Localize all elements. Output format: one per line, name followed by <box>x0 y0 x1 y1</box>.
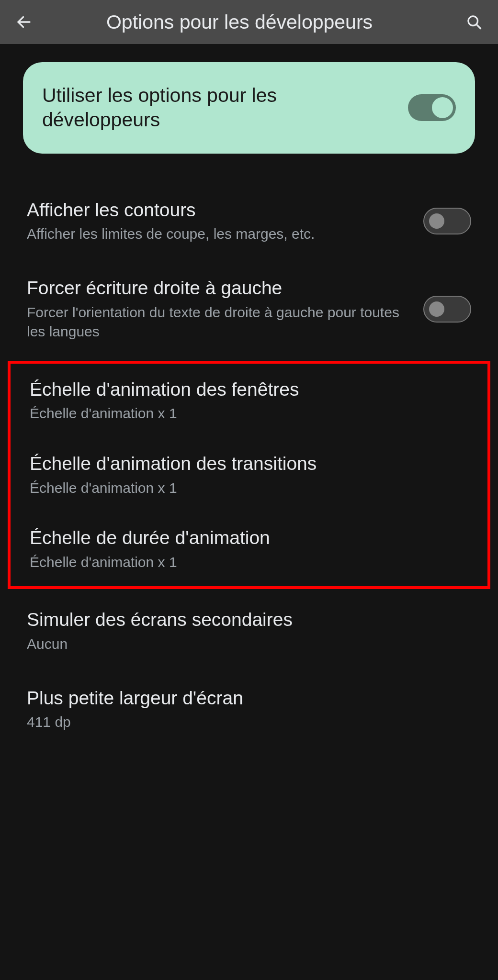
setting-force-rtl[interactable]: Forcer écriture droite à gauche Forcer l… <box>4 260 494 358</box>
setting-transition-animation-scale[interactable]: Échelle d'animation des transitions Éche… <box>11 438 487 512</box>
setting-text: Échelle de durée d'animation Échelle d'a… <box>30 526 468 572</box>
setting-title: Échelle d'animation des fenêtres <box>30 378 468 401</box>
setting-subtitle: Afficher les limites de coupe, les marge… <box>27 224 412 244</box>
setting-simulate-secondary-displays[interactable]: Simuler des écrans secondaires Aucun <box>4 592 494 670</box>
setting-title: Simuler des écrans secondaires <box>27 608 471 632</box>
setting-subtitle: Échelle d'animation x 1 <box>30 553 468 572</box>
setting-title: Forcer écriture droite à gauche <box>27 277 412 300</box>
toggle-knob <box>429 213 444 229</box>
master-toggle-card[interactable]: Utiliser les options pour les développeu… <box>23 62 475 154</box>
setting-title: Échelle d'animation des transitions <box>30 452 468 476</box>
content: Utiliser les options pour les développeu… <box>0 44 498 752</box>
setting-subtitle: Échelle d'animation x 1 <box>30 404 468 423</box>
highlight-annotation: Échelle d'animation des fenêtres Échelle… <box>8 361 490 590</box>
svg-line-2 <box>476 24 481 29</box>
setting-subtitle: Aucun <box>27 635 471 654</box>
setting-title: Échelle de durée d'animation <box>30 526 468 550</box>
setting-text: Plus petite largeur d'écran 411 dp <box>27 687 471 732</box>
page-title: Options pour les développeurs <box>31 11 448 33</box>
toggle-knob <box>432 97 453 118</box>
master-toggle[interactable] <box>408 94 456 121</box>
setting-text: Afficher les contours Afficher les limit… <box>27 199 412 244</box>
setting-window-animation-scale[interactable]: Échelle d'animation des fenêtres Échelle… <box>11 364 487 438</box>
topbar: Options pour les développeurs <box>0 0 498 44</box>
setting-text: Échelle d'animation des transitions Éche… <box>30 452 468 498</box>
toggle-knob <box>429 301 444 317</box>
setting-subtitle: Forcer l'orientation du texte de droite … <box>27 303 412 342</box>
setting-smallest-width[interactable]: Plus petite largeur d'écran 411 dp <box>4 670 494 748</box>
setting-text: Forcer écriture droite à gauche Forcer l… <box>27 277 412 342</box>
setting-animator-duration-scale[interactable]: Échelle de durée d'animation Échelle d'a… <box>11 512 487 586</box>
setting-show-layout-bounds[interactable]: Afficher les contours Afficher les limit… <box>4 182 494 260</box>
force-rtl-toggle[interactable] <box>423 296 471 323</box>
search-icon[interactable] <box>464 11 485 33</box>
layout-bounds-toggle[interactable] <box>423 208 471 234</box>
setting-text: Échelle d'animation des fenêtres Échelle… <box>30 378 468 423</box>
setting-title: Plus petite largeur d'écran <box>27 687 471 710</box>
setting-text: Simuler des écrans secondaires Aucun <box>27 608 471 654</box>
setting-subtitle: Échelle d'animation x 1 <box>30 479 468 498</box>
setting-title: Afficher les contours <box>27 199 412 222</box>
setting-subtitle: 411 dp <box>27 713 471 732</box>
master-toggle-label: Utiliser les options pour les développeu… <box>42 83 394 133</box>
